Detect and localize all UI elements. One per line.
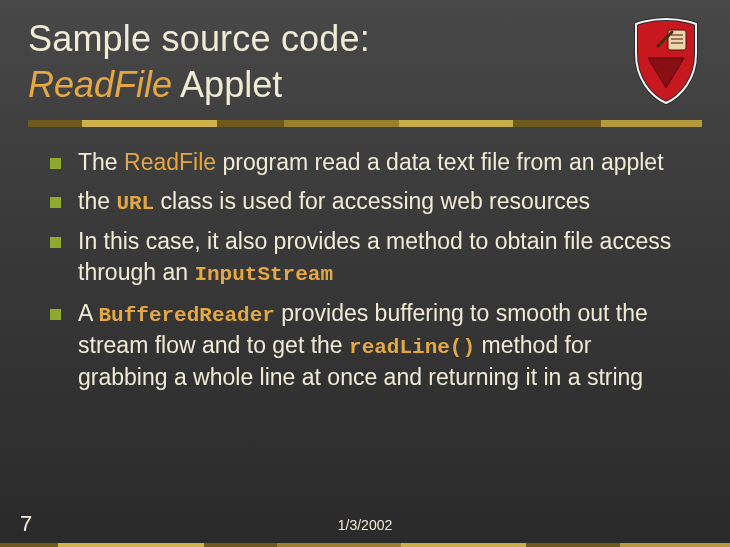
list-item: In this case, it also provides a method …	[50, 226, 680, 289]
list-item: the URL class is used for accessing web …	[50, 186, 680, 218]
list-item: The ReadFile program read a data text fi…	[50, 147, 680, 178]
body-text: The	[78, 149, 124, 175]
title-emphasis: ReadFile	[28, 64, 172, 105]
body-text: program read a data text file from an ap…	[216, 149, 663, 175]
slide: Sample source code: ReadFile Applet The …	[0, 0, 730, 547]
title-line-2: ReadFile Applet	[28, 64, 592, 106]
title-line-1: Sample source code:	[28, 18, 592, 60]
code-text: InputStream	[194, 263, 333, 286]
footer-date: 1/3/2002	[0, 517, 730, 533]
title-rest: Applet	[172, 64, 282, 105]
code-text: URL	[116, 192, 154, 215]
highlight-text: ReadFile	[124, 149, 216, 175]
list-item: A BufferedReader provides buffering to s…	[50, 298, 680, 394]
bullet-list: The ReadFile program read a data text fi…	[28, 147, 702, 394]
shield-logo-icon	[628, 16, 704, 106]
code-text: readLine()	[349, 336, 475, 359]
body-text: class is used for accessing web resource…	[154, 188, 590, 214]
bottom-divider	[0, 543, 730, 547]
slide-title: Sample source code: ReadFile Applet	[28, 18, 702, 106]
body-text: the	[78, 188, 116, 214]
code-text: BufferedReader	[98, 304, 274, 327]
title-divider	[28, 120, 702, 127]
body-text: A	[78, 300, 98, 326]
body-text: In this case, it also provides a method …	[78, 228, 671, 285]
